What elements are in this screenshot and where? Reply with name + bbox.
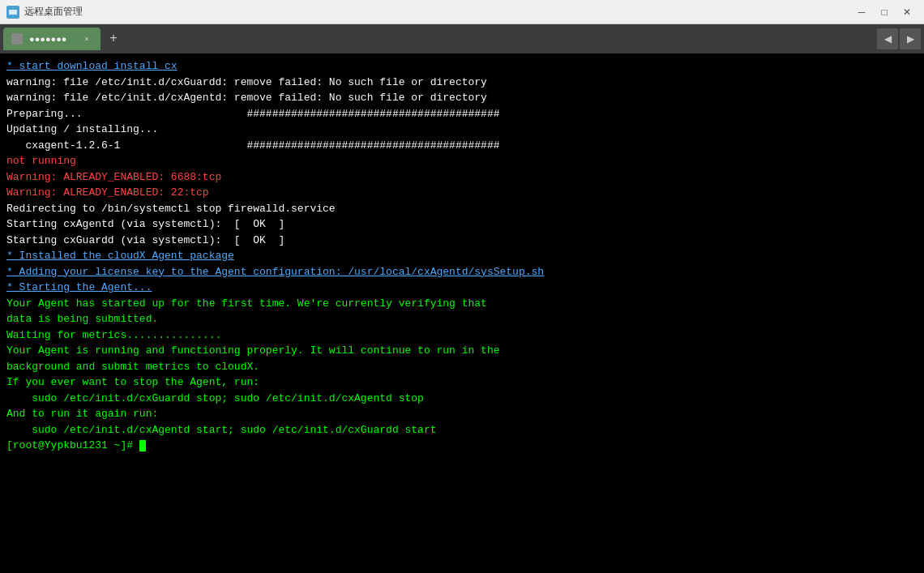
- minimize-button[interactable]: ─: [851, 4, 872, 20]
- new-tab-button[interactable]: +: [102, 28, 125, 50]
- close-button[interactable]: ✕: [896, 4, 918, 20]
- app-icon: [6, 6, 19, 19]
- window-controls: ─ □ ✕: [851, 4, 918, 20]
- terminal-cursor: [139, 440, 146, 451]
- tab-favicon: [11, 33, 23, 45]
- svg-rect-1: [9, 10, 17, 15]
- tab-bar: ●●●●●●● ✕ + ◀ ▶: [0, 24, 924, 53]
- title-left: 远程桌面管理: [6, 5, 83, 19]
- title-text: 远程桌面管理: [24, 5, 83, 19]
- tab-prev-button[interactable]: ◀: [877, 28, 898, 49]
- tab-close-button[interactable]: ✕: [81, 33, 92, 45]
- tab-navigation: ◀ ▶: [877, 28, 921, 49]
- active-tab[interactable]: ●●●●●●● ✕: [3, 28, 101, 50]
- tab-label: ●●●●●●●: [29, 34, 75, 44]
- maximize-button[interactable]: □: [874, 4, 895, 20]
- terminal-output[interactable]: * start download install_cxwarning: file…: [0, 53, 924, 573]
- tab-next-button[interactable]: ▶: [900, 28, 921, 49]
- title-bar: 远程桌面管理 ─ □ ✕: [0, 0, 924, 24]
